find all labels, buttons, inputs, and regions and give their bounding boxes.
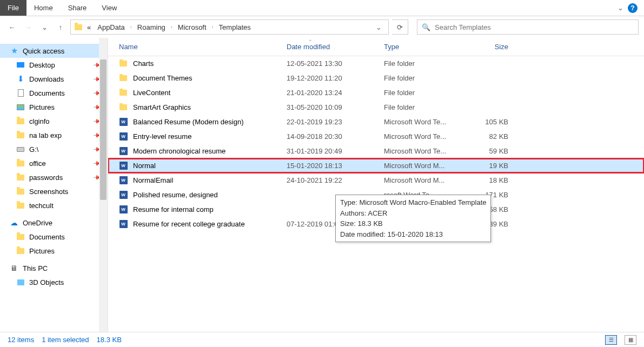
word-file-icon: W [119, 147, 128, 156]
file-row[interactable]: WBalanced Resume (Modern design)22-01-20… [108, 115, 644, 129]
file-date: 22-01-2019 19:23 [287, 118, 384, 126]
word-file-icon: W [119, 220, 128, 229]
sidebar-item[interactable]: techcult [0, 198, 108, 212]
column-header-size[interactable]: Size [465, 43, 508, 51]
sidebar-item[interactable]: na lab exp📌 [0, 128, 108, 142]
chevron-right-icon[interactable]: › [170, 24, 174, 30]
file-row[interactable]: WModern chronological resume31-01-2019 2… [108, 144, 644, 158]
tab-share[interactable]: Share [61, 0, 95, 16]
column-header-name[interactable]: Name [108, 43, 287, 51]
file-list[interactable]: Charts12-05-2021 13:30File folderDocumen… [108, 56, 644, 332]
breadcrumb-prefix[interactable]: « [85, 22, 93, 32]
sidebar-item[interactable]: Documents📌 [0, 86, 108, 100]
ribbon-minimize-icon[interactable]: ⌄ [618, 4, 623, 12]
sidebar-item[interactable]: ⬇Downloads📌 [0, 72, 108, 86]
sidebar-label: Quick access [23, 47, 64, 55]
breadcrumb-microsoft[interactable]: Microsoft [176, 22, 209, 32]
sidebar-item[interactable]: 3D Objects [0, 275, 108, 289]
file-row[interactable]: WNormalEmail24-10-2021 19:22Microsoft Wo… [108, 173, 644, 188]
tab-view[interactable]: View [94, 0, 124, 16]
file-row[interactable]: WEntry-level resume14-09-2018 20:30Micro… [108, 129, 644, 144]
breadcrumb-templates[interactable]: Templates [217, 22, 253, 32]
file-row[interactable]: SmartArt Graphics31-05-2020 10:09File fo… [108, 100, 644, 115]
file-name: LiveContent [133, 89, 170, 97]
sidebar-item-label: techcult [29, 202, 54, 210]
word-file-icon: W [119, 162, 128, 170]
column-headers: ⌃ Name Date modified Type Size [108, 38, 644, 56]
sidebar-item[interactable]: G:\📌 [0, 142, 108, 156]
address-bar[interactable]: « AppData › Roaming › Microsoft › Templa… [70, 19, 389, 35]
sidebar-item[interactable]: office📌 [0, 156, 108, 170]
sidebar-item[interactable]: Pictures [0, 244, 108, 258]
sidebar-item-label: G:\ [29, 145, 38, 154]
pc-icon: 🖥 [10, 264, 18, 272]
tab-file[interactable]: File [0, 0, 26, 16]
status-bar: 12 items 1 item selected 18.3 KB ☰ ▦ [0, 332, 644, 347]
sidebar-quick-access[interactable]: ★ Quick access [0, 44, 108, 58]
file-row[interactable]: Document Themes19-12-2020 11:20File fold… [108, 71, 644, 85]
sidebar-this-pc[interactable]: 🖥 This PC [0, 261, 108, 275]
details-view-button[interactable]: ☰ [605, 335, 617, 345]
back-button[interactable]: ← [5, 21, 18, 34]
word-file-icon: W [119, 191, 128, 199]
column-header-date[interactable]: Date modified [287, 43, 384, 51]
chevron-right-icon[interactable]: › [129, 24, 133, 30]
file-name: Entry-level resume [133, 132, 191, 141]
search-input[interactable] [435, 23, 634, 31]
documents-icon [16, 89, 25, 97]
tooltip-size: Size: 18.3 KB [340, 218, 486, 229]
file-type: Microsoft Word Te... [384, 132, 465, 141]
file-date: 15-01-2020 18:13 [287, 162, 384, 170]
file-date: 19-12-2020 11:20 [287, 74, 384, 82]
file-row[interactable]: Charts12-05-2021 13:30File folder [108, 56, 644, 71]
file-name: Resume for internal comp [133, 205, 214, 213]
chevron-right-icon[interactable]: › [211, 24, 215, 30]
file-row[interactable]: LiveContent21-01-2020 13:24File folder [108, 85, 644, 100]
sidebar-item[interactable]: Pictures📌 [0, 100, 108, 114]
tab-home[interactable]: Home [26, 0, 61, 16]
sidebar-item-label: Documents [29, 89, 65, 97]
help-icon[interactable]: ? [628, 3, 638, 13]
recent-locations-button[interactable]: ⌄ [38, 21, 51, 34]
desktop-icon [16, 61, 25, 69]
sidebar-item-label: Pictures [29, 247, 55, 255]
forward-button[interactable]: → [22, 21, 35, 34]
sidebar-item[interactable]: Desktop📌 [0, 58, 108, 72]
folder-icon [16, 117, 25, 125]
file-name: NormalEmail [133, 176, 173, 184]
search-box[interactable]: 🔍 [417, 19, 639, 35]
sidebar-item-label: Downloads [29, 75, 64, 83]
sidebar-item[interactable]: Documents [0, 230, 108, 244]
thumbnails-view-button[interactable]: ▦ [625, 335, 636, 345]
folder-icon [16, 131, 25, 139]
file-name: SmartArt Graphics [133, 103, 191, 111]
file-name: Polished resume, designed [133, 191, 218, 199]
file-type: Microsoft Word M... [384, 162, 465, 170]
folder-icon [16, 173, 25, 182]
column-header-type[interactable]: Type [384, 43, 465, 51]
breadcrumb-appdata[interactable]: AppData [95, 22, 127, 32]
sidebar-item-label: Documents [29, 233, 65, 241]
file-size: 82 KB [465, 132, 508, 141]
file-date: 24-10-2021 19:22 [287, 176, 384, 184]
file-type: File folder [384, 103, 465, 111]
file-type: File folder [384, 59, 465, 68]
breadcrumb-roaming[interactable]: Roaming [135, 22, 168, 32]
file-row[interactable]: WNormal15-01-2020 18:13Microsoft Word M.… [108, 158, 644, 173]
word-file-icon: W [119, 118, 128, 126]
up-button[interactable]: ↑ [54, 21, 67, 34]
search-icon: 🔍 [422, 23, 430, 31]
sidebar-onedrive[interactable]: ☁ OneDrive [0, 216, 108, 230]
sidebar-scrollbar[interactable] [99, 38, 108, 332]
refresh-button[interactable]: ⟳ [392, 19, 408, 35]
file-size: 59 KB [465, 147, 508, 155]
address-dropdown-icon[interactable]: ⌄ [373, 23, 385, 31]
sidebar-item[interactable]: clginfo📌 [0, 114, 108, 128]
sidebar-item[interactable]: passwords📌 [0, 170, 108, 184]
folder-icon [119, 89, 128, 97]
file-size: 19 KB [465, 162, 508, 170]
navigation-pane[interactable]: ★ Quick access Desktop📌⬇Downloads📌Docume… [0, 38, 108, 332]
word-file-icon: W [119, 205, 128, 214]
sidebar-item[interactable]: Screenshots [0, 184, 108, 198]
sidebar-item-label: 3D Objects [29, 278, 64, 286]
